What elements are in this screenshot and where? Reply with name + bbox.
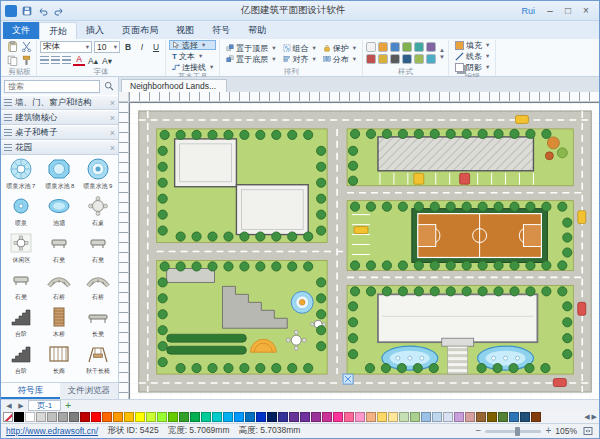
style-swatch-1[interactable] (378, 42, 388, 52)
palette-color-33[interactable] (377, 412, 387, 422)
protect-button[interactable]: 保护▾ (320, 43, 359, 53)
palette-color-10[interactable] (124, 412, 134, 422)
no-fill-icon[interactable] (3, 412, 13, 422)
palette-color-42[interactable] (476, 412, 486, 422)
symbol-item[interactable]: 池塘 (40, 194, 78, 231)
palette-color-31[interactable] (355, 412, 365, 422)
menu-tab-view[interactable]: 视图 (167, 22, 203, 39)
palette-color-12[interactable] (146, 412, 156, 422)
distribute-button[interactable]: 分布▾ (320, 54, 359, 64)
bring-to-front-button[interactable]: 置于顶层▾ (223, 43, 278, 53)
palette-color-40[interactable] (454, 412, 464, 422)
palette-color-19[interactable] (223, 412, 233, 422)
select-tool-button[interactable]: 选择▾ (169, 40, 216, 50)
symbol-item[interactable]: 木桥 (40, 305, 78, 342)
symbol-item[interactable]: 石凳 (79, 231, 117, 268)
paste-icon[interactable] (6, 40, 19, 53)
palette-color-15[interactable] (179, 412, 189, 422)
palette-color-9[interactable] (113, 412, 123, 422)
palette-color-41[interactable] (465, 412, 475, 422)
palette-color-35[interactable] (399, 412, 409, 422)
palette-color-20[interactable] (234, 412, 244, 422)
palette-color-1[interactable] (25, 412, 35, 422)
palette-color-28[interactable] (322, 412, 332, 422)
palette-color-29[interactable] (333, 412, 343, 422)
search-icon[interactable] (102, 80, 115, 93)
palette-color-39[interactable] (443, 412, 453, 422)
align-left-icon[interactable] (40, 56, 49, 65)
palette-color-47[interactable] (531, 412, 541, 422)
style-swatch-6[interactable] (366, 54, 376, 64)
fill-button[interactable]: 填充▾ (452, 40, 492, 50)
align-button[interactable]: 对齐▾ (280, 54, 319, 64)
symbol-item[interactable]: 石凳 (2, 268, 40, 305)
shadow-button[interactable]: 阴影▾ (452, 62, 492, 72)
group-button[interactable]: 组合▾ (280, 43, 319, 53)
website-link[interactable]: http://www.edrawsoft.cn/ (6, 426, 98, 436)
palette-color-3[interactable] (47, 412, 57, 422)
palette-scroll[interactable]: ◀▶ (584, 413, 597, 421)
style-swatch-11[interactable] (426, 54, 436, 64)
palette-color-8[interactable] (102, 412, 112, 422)
palette-color-37[interactable] (421, 412, 431, 422)
palette-color-14[interactable] (168, 412, 178, 422)
style-swatch-7[interactable] (378, 54, 388, 64)
palette-color-46[interactable] (520, 412, 530, 422)
panel-tab-symbols[interactable]: 符号库 (1, 383, 60, 399)
close-icon[interactable]: × (110, 143, 115, 153)
menu-tab-home[interactable]: 开始 (39, 22, 77, 39)
symbol-item[interactable]: 石凳 (40, 231, 78, 268)
symbol-item[interactable]: 长廊 (40, 342, 78, 379)
align-center-icon[interactable] (51, 56, 60, 65)
style-gallery-scroll[interactable]: ▲▼ (439, 47, 445, 60)
send-to-back-button[interactable]: 置于底层▾ (223, 54, 278, 64)
close-icon[interactable]: × (110, 128, 115, 138)
prev-page-icon[interactable]: ◀ (4, 402, 14, 410)
palette-color-11[interactable] (135, 412, 145, 422)
palette-color-4[interactable] (58, 412, 68, 422)
maximize-button[interactable]: □ (559, 4, 577, 18)
align-right-icon[interactable] (62, 56, 71, 65)
italic-button[interactable]: I (136, 41, 148, 53)
increase-font-button[interactable]: A▴ (87, 55, 99, 67)
zoom-in-button[interactable]: + (545, 426, 551, 436)
symbol-item[interactable]: 休闲区 (2, 231, 40, 268)
font-size-select[interactable]: 10▾ (94, 41, 120, 53)
copy-icon[interactable] (6, 54, 19, 67)
palette-color-2[interactable] (36, 412, 46, 422)
drawing-viewport[interactable] (129, 102, 599, 399)
search-input[interactable] (4, 80, 100, 93)
font-color-button[interactable]: A (73, 55, 85, 66)
palette-color-36[interactable] (410, 412, 420, 422)
menu-tab-symbols[interactable]: 符号 (203, 22, 239, 39)
symbol-item[interactable]: 喷泉水池 9 (79, 157, 117, 194)
style-swatch-3[interactable] (402, 42, 412, 52)
palette-color-5[interactable] (69, 412, 79, 422)
palette-color-6[interactable] (80, 412, 90, 422)
fit-page-icon[interactable] (581, 425, 594, 438)
symbol-item[interactable]: 石桌 (79, 194, 117, 231)
symbol-item[interactable]: 秋千长椅 (79, 342, 117, 379)
neighborhood-plan-drawing[interactable] (130, 103, 599, 399)
style-swatch-5[interactable] (426, 42, 436, 52)
cut-icon[interactable] (20, 40, 33, 53)
undo-icon[interactable] (36, 4, 49, 17)
zoom-slider[interactable] (485, 430, 541, 433)
symbol-item[interactable]: 喷泉水池 8 (40, 157, 78, 194)
palette-color-23[interactable] (267, 412, 277, 422)
format-painter-icon[interactable] (20, 54, 33, 67)
style-swatch-10[interactable] (414, 54, 424, 64)
palette-color-22[interactable] (256, 412, 266, 422)
symbol-category-tables-chairs[interactable]: 桌子和椅子× (1, 125, 118, 140)
symbol-item[interactable]: 台阶 (2, 305, 40, 342)
palette-color-32[interactable] (366, 412, 376, 422)
symbol-item[interactable]: 喷泉水池 7 (2, 157, 40, 194)
close-button[interactable]: × (577, 4, 595, 18)
palette-color-38[interactable] (432, 412, 442, 422)
zoom-out-button[interactable]: − (476, 426, 482, 436)
style-swatch-8[interactable] (390, 54, 400, 64)
style-swatch-0[interactable] (366, 42, 376, 52)
drawing-page[interactable] (130, 103, 599, 399)
minimize-button[interactable]: – (541, 4, 559, 18)
redo-icon[interactable] (52, 4, 65, 17)
